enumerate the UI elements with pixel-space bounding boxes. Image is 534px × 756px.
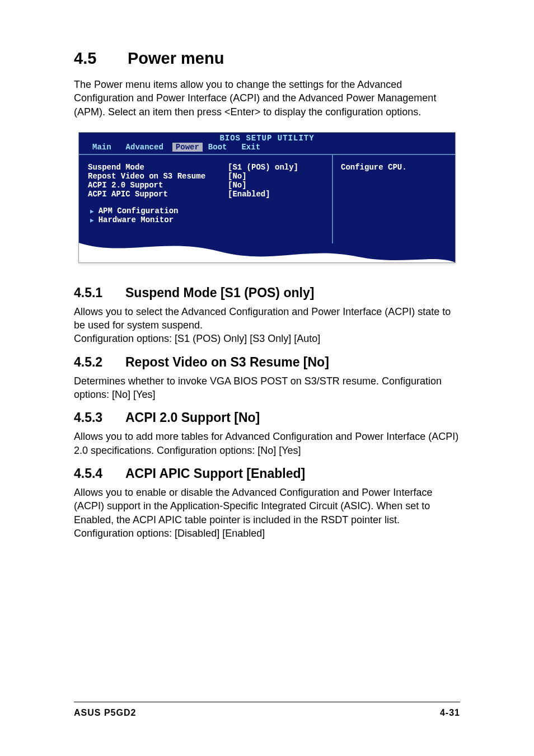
bios-tab-boot[interactable]: Boot	[203, 143, 236, 152]
subsection-body: Allows you to add more tables for Advanc…	[74, 430, 460, 457]
subsection-number: 4.5.4	[74, 466, 125, 481]
subsection-body: Determines whether to invoke VGA BIOS PO…	[74, 374, 460, 402]
subsection-number: 4.5.1	[74, 285, 125, 300]
bios-help-panel: Configure CPU.	[332, 155, 455, 243]
bios-row-label: Repost Video on S3 Resume	[88, 172, 228, 181]
bios-tab-exit[interactable]: Exit	[236, 143, 269, 152]
subsection-title: Repost Video on S3 Resume [No]	[125, 355, 329, 369]
bios-submenu-hwmon[interactable]: Hardware Monitor	[88, 215, 323, 224]
section-number: 4.5	[74, 49, 128, 68]
bios-row-label: Suspend Mode	[88, 163, 228, 172]
subsection-heading: 4.5.3ACPI 2.0 Support [No]	[74, 410, 460, 425]
subsection-body: Allows you to select the Advanced Config…	[74, 305, 460, 346]
bios-row-acpi-20[interactable]: ACPI 2.0 Support [No]	[88, 181, 323, 190]
bios-screenshot: BIOS SETUP UTILITY Main Advanced Power B…	[78, 132, 456, 263]
bios-row-value: [No]	[228, 172, 247, 181]
bios-row-acpi-apic[interactable]: ACPI APIC Support [Enabled]	[88, 190, 323, 199]
subsection-number: 4.5.3	[74, 410, 125, 425]
bios-row-suspend-mode[interactable]: Suspend Mode [S1 (POS) only]	[88, 163, 323, 172]
subsection-heading: 4.5.1Suspend Mode [S1 (POS) only]	[74, 285, 460, 300]
bios-submenu-label: APM Configuration	[99, 206, 179, 215]
bios-utility-title: BIOS SETUP UTILITY	[79, 133, 455, 143]
bios-row-label: ACPI 2.0 Support	[88, 181, 228, 190]
torn-edge-decoration	[79, 240, 455, 262]
subsection-heading: 4.5.2Repost Video on S3 Resume [No]	[74, 355, 460, 370]
bios-row-repost-video[interactable]: Repost Video on S3 Resume [No]	[88, 172, 323, 181]
intro-paragraph: The Power menu items allow you to change…	[74, 78, 460, 119]
subsection-number: 4.5.2	[74, 355, 125, 370]
page-footer: ASUS P5GD2 4-31	[74, 702, 460, 718]
bios-help-text: Configure CPU.	[341, 163, 407, 172]
bios-row-value: [S1 (POS) only]	[228, 163, 298, 172]
footer-product: ASUS P5GD2	[74, 708, 136, 718]
section-title: Power menu	[128, 49, 224, 67]
subsection-title: ACPI 2.0 Support [No]	[125, 410, 260, 425]
bios-row-value: [Enabled]	[228, 190, 270, 199]
bios-tab-advanced[interactable]: Advanced	[120, 143, 172, 152]
section-heading: 4.5Power menu	[74, 49, 460, 68]
bios-row-label: ACPI APIC Support	[88, 190, 228, 199]
subsection-title: ACPI APIC Support [Enabled]	[125, 466, 305, 481]
subsection-body: Allows you to enable or disable the Adva…	[74, 486, 460, 540]
bios-submenu-apm[interactable]: APM Configuration	[88, 206, 323, 215]
bios-tab-bar: Main Advanced Power Boot Exit	[79, 143, 455, 154]
bios-submenu-label: Hardware Monitor	[99, 215, 174, 224]
bios-tab-main[interactable]: Main	[87, 143, 120, 152]
subsection-heading: 4.5.4ACPI APIC Support [Enabled]	[74, 466, 460, 481]
bios-tab-power[interactable]: Power	[172, 143, 203, 152]
subsection-title: Suspend Mode [S1 (POS) only]	[125, 285, 314, 300]
bios-row-value: [No]	[228, 181, 247, 190]
bios-left-panel: Suspend Mode [S1 (POS) only] Repost Vide…	[79, 155, 332, 243]
footer-page-number: 4-31	[440, 708, 460, 718]
